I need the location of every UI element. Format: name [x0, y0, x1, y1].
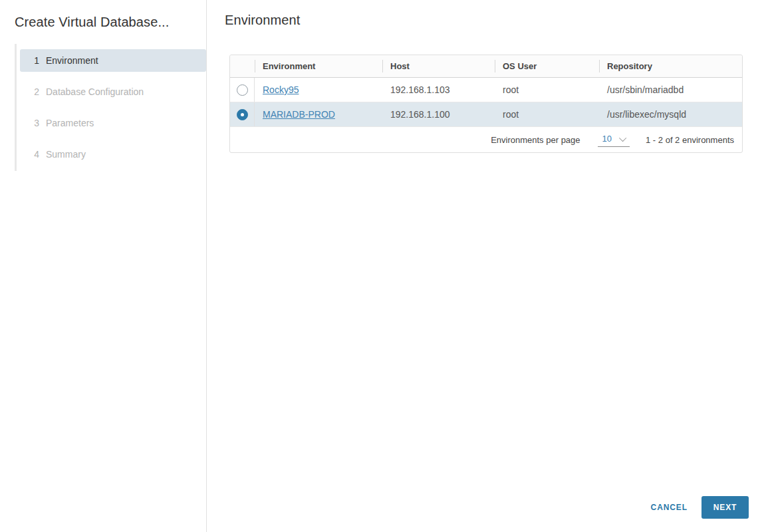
step-number: 1	[31, 55, 39, 66]
table-header-row: Environment Host OS User Repository	[230, 55, 742, 78]
step-label: Parameters	[46, 118, 94, 128]
per-page-label: Environments per page	[491, 135, 580, 145]
wizard-title: Create Virtual Database...	[15, 15, 206, 30]
next-button[interactable]: NEXT	[701, 496, 749, 519]
step-label: Summary	[46, 149, 86, 160]
page-title: Environment	[225, 13, 300, 28]
column-header-host: Host	[382, 55, 495, 77]
cell-os-user: root	[495, 84, 599, 95]
per-page-value: 10	[602, 134, 612, 144]
step-number: 2	[31, 86, 39, 97]
step-number: 3	[31, 118, 39, 128]
wizard-sidebar: Create Virtual Database... 1 Environment…	[0, 0, 207, 532]
per-page-select[interactable]: 10	[598, 132, 630, 147]
create-vdb-wizard: Create Virtual Database... 1 Environment…	[0, 0, 764, 532]
cell-host: 192.168.1.100	[382, 109, 495, 120]
step-number: 4	[31, 149, 39, 160]
step-label: Database Configuration	[46, 86, 144, 97]
step-label: Environment	[46, 55, 98, 66]
selection-column-header	[230, 55, 255, 77]
cell-os-user: root	[495, 109, 599, 120]
radio-selected[interactable]	[237, 109, 248, 120]
pagination-range-text: 1 - 2 of 2 environments	[646, 135, 734, 145]
step-environment[interactable]: 1 Environment	[20, 49, 206, 72]
column-header-repository: Repository	[599, 55, 742, 77]
cell-host: 192.168.1.103	[382, 84, 495, 95]
environments-table: Environment Host OS User Repository Rock…	[229, 55, 743, 153]
wizard-step-nav: 1 Environment 2 Database Configuration 3…	[15, 44, 206, 171]
environment-link[interactable]: Rocky95	[263, 84, 299, 95]
step-database-configuration[interactable]: 2 Database Configuration	[20, 80, 206, 103]
cell-repository: /usr/libexec/mysqld	[599, 109, 742, 120]
table-pagination-footer: Environments per page 10 1 - 2 of 2 envi…	[230, 127, 742, 152]
wizard-main-panel: Environment Environment Host OS User Rep…	[207, 0, 764, 532]
environment-link[interactable]: MARIADB-PROD	[263, 109, 335, 120]
table-row-rocky95[interactable]: Rocky95 192.168.1.103 root /usr/sbin/mar…	[230, 78, 742, 102]
wizard-actions: CANCEL NEXT	[644, 496, 749, 519]
table-row-mariadb-prod[interactable]: MARIADB-PROD 192.168.1.100 root /usr/lib…	[230, 102, 742, 127]
column-header-environment: Environment	[255, 55, 382, 77]
chevron-down-icon	[619, 134, 626, 141]
radio-unselected[interactable]	[237, 84, 248, 96]
cancel-button[interactable]: CANCEL	[644, 497, 694, 517]
step-parameters[interactable]: 3 Parameters	[20, 112, 206, 134]
cell-repository: /usr/sbin/mariadbd	[599, 84, 742, 95]
column-header-os-user: OS User	[495, 55, 599, 77]
step-summary[interactable]: 4 Summary	[20, 143, 206, 166]
